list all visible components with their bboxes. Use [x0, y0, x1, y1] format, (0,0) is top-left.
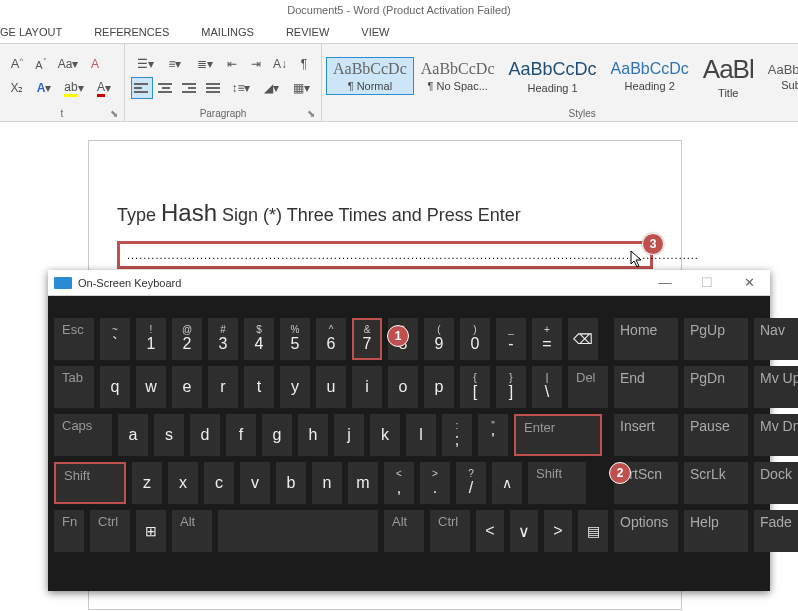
style-normal[interactable]: AaBbCcDc ¶ Normal [326, 57, 414, 95]
key-[interactable]: }] [496, 366, 526, 408]
decrease-indent-button[interactable]: ⇤ [221, 53, 243, 75]
key-icon[interactable]: ∧ [492, 462, 522, 504]
clear-format-button[interactable]: A [84, 53, 106, 75]
tab-mailings[interactable]: MAILINGS [201, 26, 254, 38]
multilevel-button[interactable]: ≣▾ [191, 53, 219, 75]
key-b[interactable]: b [276, 462, 306, 504]
key-i[interactable]: i [352, 366, 382, 408]
tab-view[interactable]: VIEW [361, 26, 389, 38]
key-icon[interactable]: > [544, 510, 572, 552]
key-mvdn[interactable]: Mv Dn [754, 414, 798, 456]
key-k[interactable]: k [370, 414, 400, 456]
key-[interactable]: "' [478, 414, 508, 456]
key-icon[interactable]: ⌫ [568, 318, 598, 360]
bullets-button[interactable]: ☰▾ [131, 53, 159, 75]
key-[interactable]: {[ [460, 366, 490, 408]
increase-indent-button[interactable]: ⇥ [245, 53, 267, 75]
key-pause[interactable]: Pause [684, 414, 748, 456]
key-icon[interactable]: ⊞ [136, 510, 166, 552]
key-4[interactable]: $4 [244, 318, 274, 360]
tab-page-layout[interactable]: GE LAYOUT [0, 26, 62, 38]
key-alt[interactable]: Alt [172, 510, 212, 552]
key-c[interactable]: c [204, 462, 234, 504]
key-n[interactable]: n [312, 462, 342, 504]
key-pgup[interactable]: PgUp [684, 318, 748, 360]
key-9[interactable]: (9 [424, 318, 454, 360]
align-left-button[interactable] [131, 77, 153, 99]
text-effects-button[interactable]: A▾ [30, 77, 58, 99]
show-marks-button[interactable]: ¶ [293, 53, 315, 75]
key-g[interactable]: g [262, 414, 292, 456]
key-3[interactable]: #3 [208, 318, 238, 360]
font-color-button[interactable]: A▾ [90, 77, 118, 99]
key-a[interactable]: a [118, 414, 148, 456]
key-j[interactable]: j [334, 414, 364, 456]
key-[interactable]: _- [496, 318, 526, 360]
key-d[interactable]: d [190, 414, 220, 456]
key-[interactable]: :; [442, 414, 472, 456]
subscript-button[interactable]: X₂ [6, 77, 28, 99]
style-title[interactable]: AaBl Title [696, 51, 761, 102]
key-[interactable]: <, [384, 462, 414, 504]
key-e[interactable]: e [172, 366, 202, 408]
key-q[interactable]: q [100, 366, 130, 408]
key-h[interactable]: h [298, 414, 328, 456]
key-tab[interactable]: Tab [54, 366, 94, 408]
key-v[interactable]: v [240, 462, 270, 504]
close-button[interactable]: ✕ [728, 270, 770, 296]
align-right-button[interactable] [179, 77, 201, 99]
key-scrlk[interactable]: ScrLk [684, 462, 748, 504]
key-icon[interactable]: < [476, 510, 504, 552]
grow-font-button[interactable]: A^ [6, 53, 28, 75]
highlight-button[interactable]: ab▾ [60, 77, 88, 99]
style-nospacing[interactable]: AaBbCcDc ¶ No Spac... [414, 57, 502, 95]
input-field-highlight[interactable]: ........................................… [117, 241, 653, 269]
key-shift[interactable]: Shift [528, 462, 586, 504]
key-ctrl[interactable]: Ctrl [90, 510, 130, 552]
sort-button[interactable]: A↓ [269, 53, 291, 75]
key-esc[interactable]: Esc [54, 318, 94, 360]
key-fn[interactable]: Fn [54, 510, 84, 552]
key-enter[interactable]: Enter [514, 414, 602, 456]
key-l[interactable]: l [406, 414, 436, 456]
justify-button[interactable] [203, 77, 225, 99]
key-1[interactable]: !1 [136, 318, 166, 360]
change-case-button[interactable]: Aa▾ [54, 53, 82, 75]
key-[interactable]: |\ [532, 366, 562, 408]
key-[interactable]: += [532, 318, 562, 360]
key-help[interactable]: Help [684, 510, 748, 552]
osk-titlebar[interactable]: On-Screen Keyboard — ☐ ✕ [48, 270, 770, 296]
key-m[interactable]: m [348, 462, 378, 504]
key-p[interactable]: p [424, 366, 454, 408]
style-subtitle[interactable]: AaBbCcDc Subtitle [761, 59, 798, 94]
key-alt[interactable]: Alt [384, 510, 424, 552]
key-pgdn[interactable]: PgDn [684, 366, 748, 408]
key-[interactable]: ~` [100, 318, 130, 360]
key-space[interactable] [218, 510, 378, 552]
tab-review[interactable]: REVIEW [286, 26, 329, 38]
line-spacing-button[interactable]: ↕≡▾ [227, 77, 255, 99]
key-icon[interactable]: ▤ [578, 510, 608, 552]
key-mvup[interactable]: Mv Up [754, 366, 798, 408]
key-end[interactable]: End [614, 366, 678, 408]
key-7[interactable]: &7 [352, 318, 382, 360]
dialog-launcher-icon[interactable]: ⬊ [110, 108, 118, 119]
key-home[interactable]: Home [614, 318, 678, 360]
numbering-button[interactable]: ≡▾ [161, 53, 189, 75]
minimize-button[interactable]: — [644, 270, 686, 296]
key-f[interactable]: f [226, 414, 256, 456]
key-u[interactable]: u [316, 366, 346, 408]
shrink-font-button[interactable]: A˅ [30, 53, 52, 75]
dialog-launcher-icon[interactable]: ⬊ [307, 108, 315, 119]
key-s[interactable]: s [154, 414, 184, 456]
borders-button[interactable]: ▦▾ [287, 77, 315, 99]
key-nav[interactable]: Nav [754, 318, 798, 360]
key-x[interactable]: x [168, 462, 198, 504]
key-o[interactable]: o [388, 366, 418, 408]
key-insert[interactable]: Insert [614, 414, 678, 456]
key-[interactable]: >. [420, 462, 450, 504]
key-fade[interactable]: Fade [754, 510, 798, 552]
key-ctrl[interactable]: Ctrl [430, 510, 470, 552]
key-shift[interactable]: Shift [54, 462, 126, 504]
key-caps[interactable]: Caps [54, 414, 112, 456]
